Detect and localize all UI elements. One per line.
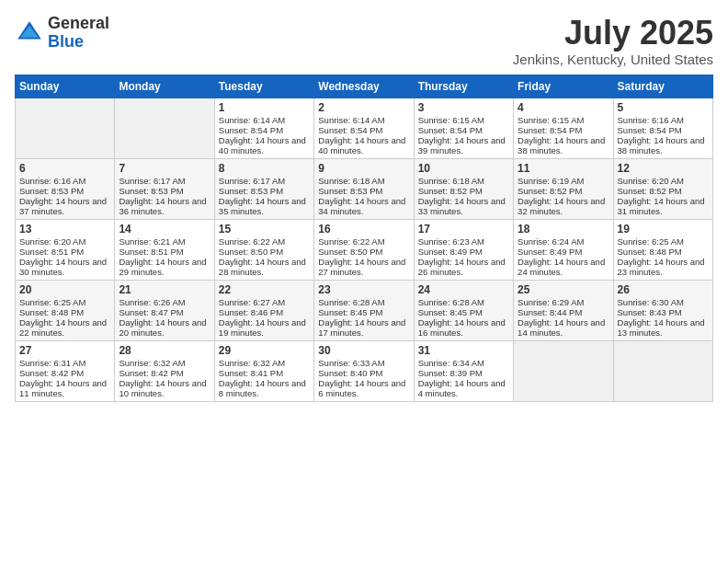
sunset-text: Sunset: 8:47 PM	[119, 307, 210, 317]
calendar-week-row: 13Sunrise: 6:20 AMSunset: 8:51 PMDayligh…	[16, 219, 713, 280]
sunrise-text: Sunrise: 6:16 AM	[19, 176, 110, 186]
day-number: 11	[518, 162, 609, 175]
day-number: 28	[119, 344, 210, 357]
sunrise-text: Sunrise: 6:34 AM	[418, 358, 509, 368]
day-number: 23	[318, 283, 409, 296]
calendar-cell: 9Sunrise: 6:18 AMSunset: 8:53 PMDaylight…	[314, 158, 414, 219]
calendar-cell: 1Sunrise: 6:14 AMSunset: 8:54 PMDaylight…	[214, 98, 313, 158]
header-thursday: Thursday	[414, 75, 513, 98]
calendar-cell: 22Sunrise: 6:27 AMSunset: 8:46 PMDayligh…	[214, 280, 313, 340]
header-monday: Monday	[115, 75, 214, 98]
day-number: 8	[219, 162, 310, 175]
calendar-cell: 2Sunrise: 6:14 AMSunset: 8:54 PMDaylight…	[314, 98, 414, 158]
sunrise-text: Sunrise: 6:14 AM	[318, 115, 409, 125]
sunrise-text: Sunrise: 6:15 AM	[518, 115, 609, 125]
daylight-text: Daylight: 14 hours and 20 minutes.	[119, 317, 210, 338]
day-number: 26	[618, 283, 709, 296]
title-block: July 2025 Jenkins, Kentucky, United Stat…	[513, 15, 713, 67]
sunset-text: Sunset: 8:51 PM	[19, 247, 110, 257]
day-number: 25	[518, 283, 609, 296]
day-number: 20	[19, 283, 110, 296]
day-number: 13	[19, 223, 110, 236]
day-number: 21	[119, 283, 210, 296]
calendar-cell: 3Sunrise: 6:15 AMSunset: 8:54 PMDaylight…	[414, 98, 513, 158]
daylight-text: Daylight: 14 hours and 8 minutes.	[219, 378, 310, 398]
day-number: 3	[418, 101, 509, 114]
calendar-cell: 18Sunrise: 6:24 AMSunset: 8:49 PMDayligh…	[514, 219, 613, 280]
sunset-text: Sunset: 8:54 PM	[618, 125, 709, 135]
day-number: 1	[219, 101, 310, 114]
calendar-cell: 30Sunrise: 6:33 AMSunset: 8:40 PMDayligh…	[314, 340, 414, 401]
calendar-week-row: 27Sunrise: 6:31 AMSunset: 8:42 PMDayligh…	[16, 340, 713, 401]
daylight-text: Daylight: 14 hours and 10 minutes.	[119, 378, 210, 398]
sunrise-text: Sunrise: 6:19 AM	[518, 176, 609, 186]
day-number: 17	[418, 223, 509, 236]
sunset-text: Sunset: 8:52 PM	[418, 186, 509, 196]
daylight-text: Daylight: 14 hours and 22 minutes.	[19, 317, 110, 338]
calendar-cell: 29Sunrise: 6:32 AMSunset: 8:41 PMDayligh…	[214, 340, 313, 401]
sunset-text: Sunset: 8:49 PM	[518, 247, 609, 257]
daylight-text: Daylight: 14 hours and 39 minutes.	[418, 135, 509, 155]
calendar-cell: 16Sunrise: 6:22 AMSunset: 8:50 PMDayligh…	[314, 219, 414, 280]
day-number: 29	[219, 344, 310, 357]
logo-general: General	[48, 15, 109, 33]
daylight-text: Daylight: 14 hours and 26 minutes.	[418, 257, 509, 277]
daylight-text: Daylight: 14 hours and 34 minutes.	[318, 196, 409, 216]
sunset-text: Sunset: 8:42 PM	[119, 368, 210, 378]
sunset-text: Sunset: 8:48 PM	[618, 247, 709, 257]
calendar-cell	[16, 98, 115, 158]
daylight-text: Daylight: 14 hours and 27 minutes.	[318, 257, 409, 277]
header-tuesday: Tuesday	[214, 75, 313, 98]
sunrise-text: Sunrise: 6:30 AM	[618, 297, 709, 307]
daylight-text: Daylight: 14 hours and 13 minutes.	[618, 317, 709, 338]
day-number: 5	[618, 101, 709, 114]
sunrise-text: Sunrise: 6:22 AM	[219, 236, 310, 247]
sunrise-text: Sunrise: 6:28 AM	[318, 297, 409, 307]
day-number: 7	[119, 162, 210, 175]
day-number: 30	[318, 344, 409, 357]
daylight-text: Daylight: 14 hours and 19 minutes.	[219, 317, 310, 338]
sunrise-text: Sunrise: 6:17 AM	[119, 176, 210, 186]
daylight-text: Daylight: 14 hours and 14 minutes.	[518, 317, 609, 338]
daylight-text: Daylight: 14 hours and 23 minutes.	[618, 257, 709, 277]
daylight-text: Daylight: 14 hours and 37 minutes.	[19, 196, 110, 216]
calendar-week-row: 20Sunrise: 6:25 AMSunset: 8:48 PMDayligh…	[16, 280, 713, 340]
sunrise-text: Sunrise: 6:28 AM	[418, 297, 509, 307]
sunrise-text: Sunrise: 6:18 AM	[318, 176, 409, 186]
sunrise-text: Sunrise: 6:27 AM	[219, 297, 310, 307]
sunrise-text: Sunrise: 6:33 AM	[318, 358, 409, 368]
day-number: 18	[518, 223, 609, 236]
sunrise-text: Sunrise: 6:32 AM	[119, 358, 210, 368]
calendar-cell: 27Sunrise: 6:31 AMSunset: 8:42 PMDayligh…	[16, 340, 115, 401]
logo-blue: Blue	[48, 33, 109, 52]
calendar-cell: 13Sunrise: 6:20 AMSunset: 8:51 PMDayligh…	[16, 219, 115, 280]
calendar-cell: 4Sunrise: 6:15 AMSunset: 8:54 PMDaylight…	[514, 98, 613, 158]
day-number: 2	[318, 101, 409, 114]
sunset-text: Sunset: 8:45 PM	[318, 307, 409, 317]
daylight-text: Daylight: 14 hours and 35 minutes.	[219, 196, 310, 216]
calendar-week-row: 6Sunrise: 6:16 AMSunset: 8:53 PMDaylight…	[16, 158, 713, 219]
daylight-text: Daylight: 14 hours and 32 minutes.	[518, 196, 609, 216]
sunset-text: Sunset: 8:45 PM	[418, 307, 509, 317]
calendar-cell: 26Sunrise: 6:30 AMSunset: 8:43 PMDayligh…	[613, 280, 712, 340]
sunset-text: Sunset: 8:48 PM	[19, 307, 110, 317]
sunset-text: Sunset: 8:53 PM	[318, 186, 409, 196]
sunset-text: Sunset: 8:43 PM	[618, 307, 709, 317]
header-saturday: Saturday	[613, 75, 712, 98]
daylight-text: Daylight: 14 hours and 16 minutes.	[418, 317, 509, 338]
day-number: 16	[318, 223, 409, 236]
calendar-cell: 19Sunrise: 6:25 AMSunset: 8:48 PMDayligh…	[613, 219, 712, 280]
sunrise-text: Sunrise: 6:31 AM	[19, 358, 110, 368]
calendar-cell: 24Sunrise: 6:28 AMSunset: 8:45 PMDayligh…	[414, 280, 513, 340]
sunrise-text: Sunrise: 6:20 AM	[618, 176, 709, 186]
daylight-text: Daylight: 14 hours and 28 minutes.	[219, 257, 310, 277]
logo: General Blue	[15, 15, 109, 52]
calendar-cell: 21Sunrise: 6:26 AMSunset: 8:47 PMDayligh…	[115, 280, 214, 340]
calendar-cell: 25Sunrise: 6:29 AMSunset: 8:44 PMDayligh…	[514, 280, 613, 340]
sunset-text: Sunset: 8:41 PM	[219, 368, 310, 378]
calendar-cell: 28Sunrise: 6:32 AMSunset: 8:42 PMDayligh…	[115, 340, 214, 401]
sunset-text: Sunset: 8:52 PM	[518, 186, 609, 196]
daylight-text: Daylight: 14 hours and 36 minutes.	[119, 196, 210, 216]
calendar-header-row: SundayMondayTuesdayWednesdayThursdayFrid…	[16, 75, 713, 98]
sunrise-text: Sunrise: 6:29 AM	[518, 297, 609, 307]
